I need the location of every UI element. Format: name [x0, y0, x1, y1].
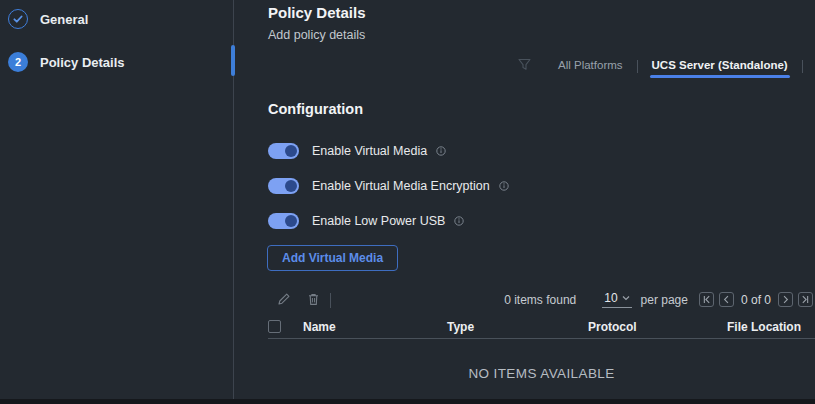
enable-virtual-media-encryption-toggle[interactable] — [268, 178, 299, 194]
info-icon[interactable] — [454, 216, 464, 226]
toggle-row-virtual-media: Enable Virtual Media — [268, 142, 446, 160]
add-virtual-media-button[interactable]: Add Virtual Media — [267, 245, 398, 271]
check-circle-icon — [8, 9, 28, 29]
page-title: Policy Details — [268, 4, 366, 21]
enable-virtual-media-toggle[interactable] — [268, 143, 299, 159]
delete-icon[interactable] — [306, 292, 321, 307]
empty-table-message: NO ITEMS AVAILABLE — [268, 366, 815, 381]
edit-icon[interactable] — [276, 292, 291, 307]
toggle-row-low-power-usb: Enable Low Power USB — [268, 212, 464, 230]
page-size-dropdown[interactable]: 10 — [602, 291, 631, 308]
toggle-label: Enable Low Power USB — [312, 214, 445, 228]
sidebar-step-general[interactable]: General — [8, 9, 88, 29]
chevron-right-icon — [781, 295, 790, 304]
step-label-general: General — [40, 12, 88, 27]
items-found-count: 0 items found — [504, 293, 576, 307]
toolbar-separator — [330, 293, 331, 308]
check-icon — [11, 12, 25, 26]
select-all-checkbox[interactable] — [268, 320, 281, 333]
toggle-row-encryption: Enable Virtual Media Encryption — [268, 177, 509, 195]
page-status: 0 of 0 — [741, 293, 771, 307]
chevron-down-icon — [622, 295, 630, 301]
tab-all-platforms[interactable]: All Platforms — [556, 55, 625, 78]
column-header-file-location[interactable]: File Location — [727, 320, 801, 334]
column-header-name[interactable]: Name — [303, 320, 336, 334]
platform-tabs: All Platforms UCS Server (Standalone) UC… — [556, 54, 815, 78]
column-header-type[interactable]: Type — [447, 320, 474, 334]
page-size-value: 10 — [604, 291, 617, 305]
table-pagination-bar: 0 items found 10 per page 0 of 0 — [504, 290, 813, 309]
per-page-label: per page — [641, 293, 688, 307]
scrollbar-thumb[interactable] — [231, 45, 235, 76]
first-page-button[interactable] — [699, 292, 714, 307]
toggle-knob — [285, 180, 297, 192]
tab-separator — [802, 60, 803, 73]
last-page-button[interactable] — [798, 292, 813, 307]
toggle-knob — [285, 145, 297, 157]
info-icon[interactable] — [499, 181, 509, 191]
table-header-divider — [268, 338, 815, 339]
configuration-heading: Configuration — [268, 101, 363, 117]
tab-separator — [637, 60, 638, 73]
previous-page-button[interactable] — [719, 292, 734, 307]
sidebar-step-policy-details[interactable]: 2 Policy Details — [8, 52, 125, 72]
toggle-label: Enable Virtual Media — [312, 144, 427, 158]
next-page-button[interactable] — [778, 292, 793, 307]
step-number-badge: 2 — [8, 52, 28, 72]
chevron-left-icon — [722, 295, 731, 304]
column-header-protocol[interactable]: Protocol — [588, 320, 637, 334]
enable-low-power-usb-toggle[interactable] — [268, 213, 299, 229]
chevron-bar-right-icon — [801, 295, 810, 304]
window-bottom-edge — [0, 399, 815, 404]
chevron-bar-left-icon — [702, 295, 711, 304]
page-subtitle: Add policy details — [268, 28, 365, 42]
step-label-policy-details: Policy Details — [40, 55, 125, 70]
toggle-label: Enable Virtual Media Encryption — [312, 179, 490, 193]
tab-ucs-server-standalone[interactable]: UCS Server (Standalone) — [650, 55, 790, 78]
filter-icon[interactable] — [517, 57, 532, 72]
toggle-knob — [285, 215, 297, 227]
policy-wizard-page: General 2 Policy Details Policy Details … — [0, 0, 815, 404]
info-icon[interactable] — [436, 146, 446, 156]
